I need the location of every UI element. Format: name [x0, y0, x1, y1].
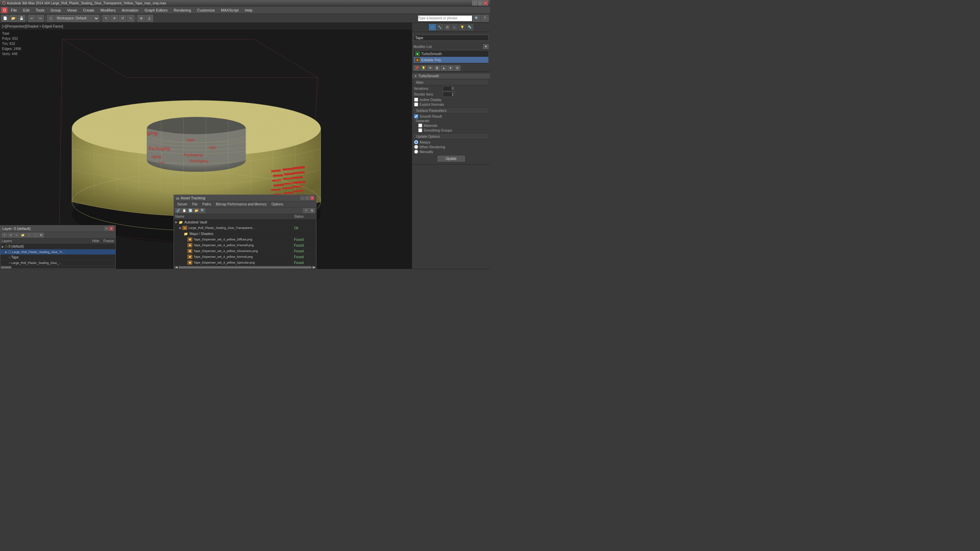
modifier-list-dropdown-btn[interactable]: ▼ [483, 44, 488, 49]
iterations-input[interactable] [443, 86, 455, 91]
always-radio[interactable] [414, 140, 418, 144]
workspace-dropdown[interactable]: Workspace: Default [55, 15, 99, 22]
asset-icon-btn2[interactable]: 📋 [181, 208, 187, 213]
layers-scrollbar[interactable] [0, 266, 115, 268]
menu-rendering[interactable]: Rendering [171, 8, 194, 13]
asset-row-vault[interactable]: ▶ 📁 Autodesk Vault [174, 219, 316, 225]
snap-btn[interactable]: ⊕ [137, 15, 145, 22]
layer-row-1[interactable]: ▶ ⬡ Large_Roll_Plastic_Sealing_Glue_Tran… [0, 249, 115, 255]
redo-btn[interactable]: ↪ [37, 15, 44, 22]
menu-help[interactable]: Help [242, 8, 255, 13]
asset-close-btn[interactable]: ✕ [310, 196, 314, 200]
save-btn[interactable]: 💾 [18, 15, 25, 22]
asset-icon-btn3[interactable]: 🔃 [188, 208, 193, 213]
layer-row-0[interactable]: ▶ ⬡ 0 (default) [0, 244, 115, 249]
menu-create[interactable]: Create [80, 8, 97, 13]
modifier-turbosmooth[interactable]: ■ TurboSmooth [414, 51, 488, 57]
menu-group[interactable]: Group [48, 8, 64, 13]
asset-menu-file[interactable]: File [190, 202, 199, 206]
asset-row-specular[interactable]: ▣ Tape_Dispenser_set_4_yellow_Specular.p… [174, 260, 316, 266]
asset-min-btn[interactable]: − [301, 196, 305, 200]
asset-scroll-thumb[interactable] [179, 266, 311, 268]
menu-maxscript[interactable]: MAXScript [218, 8, 241, 13]
turbosmooth-header[interactable]: ▼ TurboSmooth [412, 73, 490, 79]
render-setup-btn[interactable]: ⬡ [47, 15, 54, 22]
modifier-editable-poly[interactable]: ■ Editable Poly [414, 57, 488, 63]
layer-right-btn[interactable]: → [32, 233, 38, 237]
menu-graph-editors[interactable]: Graph Editors [142, 8, 170, 13]
asset-row-normal[interactable]: ▣ Tape_Dispenser_set_4_yellow_Normal.png… [174, 254, 316, 260]
scale-btn[interactable]: ⤡ [127, 15, 134, 22]
menu-views[interactable]: Views [64, 8, 80, 13]
asset-icon-btn5[interactable]: 🔍 [200, 208, 205, 213]
layer-new-btn[interactable]: + [14, 233, 19, 237]
maximize-button[interactable]: □ [478, 1, 482, 5]
manually-radio[interactable] [414, 150, 418, 154]
viewport-header[interactable]: [+][Perspective][Shaded + Edged Faces] [0, 23, 412, 30]
modifier-pin-btn[interactable]: 📌 [414, 65, 420, 71]
layers-close-btn[interactable]: ✕ [109, 227, 113, 230]
asset-menu-server[interactable]: Server [175, 202, 189, 206]
layers-scroll-thumb[interactable] [1, 266, 11, 268]
menu-file[interactable]: File [8, 8, 20, 13]
modifier-active-toggle[interactable]: 💡 [420, 65, 426, 71]
app-icon-btn[interactable]: ⬡ [2, 7, 8, 13]
layer-select-btn[interactable]: ↖ [2, 233, 7, 237]
isoline-checkbox[interactable] [414, 98, 418, 102]
asset-icon-btn1[interactable]: 🔗 [175, 208, 181, 213]
asset-row-maxfile[interactable]: ▶ M Large_Roll_Plastic_Sealing_Glue_Tran… [174, 225, 316, 231]
select-btn[interactable]: ↖ [102, 15, 110, 22]
undo-btn[interactable]: ↩ [28, 15, 36, 22]
asset-settings-btn[interactable]: ⚙ [309, 208, 315, 213]
menu-edit[interactable]: Edit [21, 8, 32, 13]
smoothing-groups-checkbox[interactable] [418, 128, 422, 132]
materials-checkbox[interactable] [418, 124, 422, 127]
asset-menu-paths[interactable]: Paths [200, 202, 213, 206]
rotate-btn[interactable]: ↺ [119, 15, 126, 22]
smooth-result-checkbox[interactable] [414, 114, 418, 118]
layer-row-tape[interactable]: ○ Tape [0, 255, 115, 260]
asset-row-fresnell[interactable]: ▣ Tape_Dispenser_set_4_yellow_Fresnell.p… [174, 243, 316, 248]
create-tab[interactable]: ⬡ [429, 24, 436, 30]
asset-menu-bitmap[interactable]: Bitmap Performance and Memory [214, 202, 269, 206]
display-tab[interactable]: 💡 [459, 24, 466, 30]
search-icon[interactable]: 🔍 [473, 15, 480, 22]
explicit-normals-checkbox[interactable] [414, 102, 418, 106]
modifier-move-down-btn[interactable]: ▼ [447, 65, 453, 71]
layer-row-main-obj[interactable]: ○ Large_Roll_Plastic_Sealing_Glue_Transp… [0, 260, 115, 266]
modify-tab[interactable]: 🔧 [437, 24, 443, 30]
asset-menu-options[interactable]: Options [269, 202, 285, 206]
asset-max-btn[interactable]: □ [305, 196, 309, 200]
asset-scroll-left[interactable]: ◀ [175, 266, 178, 268]
asset-scroll-right[interactable]: ▶ [312, 266, 315, 268]
motion-tab[interactable]: ▷ [452, 24, 458, 30]
layer-folder-btn[interactable]: 📁 [20, 233, 25, 237]
update-button[interactable]: Update [438, 156, 465, 162]
menu-animation[interactable]: Animation [119, 8, 141, 13]
open-btn[interactable]: 📂 [10, 15, 17, 22]
menu-customize[interactable]: Customize [194, 8, 218, 13]
asset-scrollbar[interactable]: ◀ ▶ [174, 266, 316, 268]
asset-icon-btn4[interactable]: 📂 [194, 208, 199, 213]
modifier-move-up-btn[interactable]: ▲ [441, 65, 447, 71]
asset-row-glossiness[interactable]: ▣ Tape_Dispenser_set_4_yellow_Glossiness… [174, 248, 316, 254]
render-iters-input[interactable] [443, 92, 455, 97]
new-btn[interactable]: 📄 [2, 15, 9, 22]
menu-modifiers[interactable]: Modifiers [98, 8, 118, 13]
minimize-button[interactable]: − [472, 1, 477, 5]
layers-help-btn[interactable]: ? [105, 227, 108, 230]
asset-help-btn[interactable]: ? [303, 208, 309, 213]
help-btn[interactable]: ? [481, 15, 488, 22]
object-name-input[interactable] [414, 35, 488, 41]
modifier-delete-btn[interactable]: 🗑 [434, 65, 440, 71]
layer-delete-btn[interactable]: ✕ [8, 233, 13, 237]
modifier-show-btn[interactable]: 👁 [427, 65, 433, 71]
asset-row-diffuse[interactable]: ▣ Tape_Dispenser_set_4_yellow_Diffuse.pn… [174, 237, 316, 243]
angle-snap-btn[interactable]: ∠ [146, 15, 153, 22]
hierarchy-tab[interactable]: ⛓ [444, 24, 451, 30]
when-rendering-radio[interactable] [414, 145, 418, 149]
move-btn[interactable]: ✛ [111, 15, 118, 22]
asset-row-maps[interactable]: 📁 Maps / Shaders [174, 231, 316, 237]
layer-link-btn[interactable]: ⛓ [38, 233, 44, 237]
menu-tools[interactable]: Tools [33, 8, 47, 13]
